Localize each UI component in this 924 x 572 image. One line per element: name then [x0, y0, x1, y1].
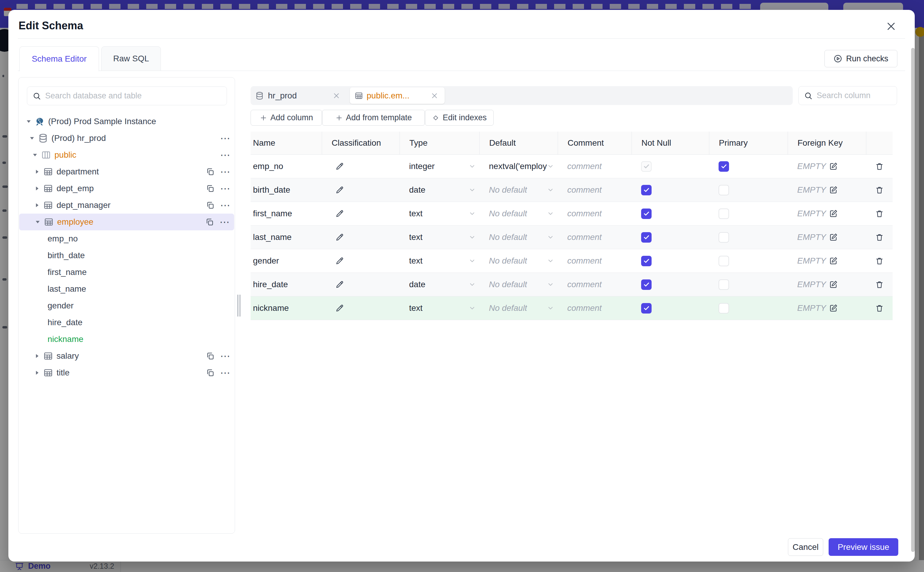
- comment-cell[interactable]: comment: [558, 232, 631, 242]
- more-menu-icon[interactable]: ⋯: [220, 135, 231, 141]
- caret-right-icon[interactable]: [34, 185, 40, 192]
- not-null-checkbox[interactable]: [641, 208, 651, 219]
- column-name-cell[interactable]: gender: [251, 256, 322, 266]
- column-name-cell[interactable]: birth_date: [251, 185, 322, 195]
- run-checks-button[interactable]: Run checks: [825, 50, 898, 67]
- column-name-cell[interactable]: last_name: [251, 232, 322, 242]
- tree-item-table-dept-manager[interactable]: dept_manager ⋯: [19, 197, 235, 214]
- trash-icon[interactable]: [875, 280, 884, 289]
- default-select[interactable]: No default: [479, 280, 558, 289]
- trash-icon[interactable]: [875, 233, 884, 242]
- close-tab-icon[interactable]: [333, 92, 340, 99]
- edit-foreign-key-icon[interactable]: [829, 280, 838, 289]
- copy-icon[interactable]: [206, 351, 215, 361]
- classification-cell[interactable]: [322, 304, 400, 312]
- primary-checkbox[interactable]: [719, 232, 729, 242]
- type-select[interactable]: text: [400, 256, 479, 266]
- comment-cell[interactable]: comment: [558, 303, 631, 313]
- type-select[interactable]: text: [400, 232, 479, 242]
- copy-icon[interactable]: [205, 218, 214, 227]
- close-tab-icon[interactable]: [431, 92, 438, 99]
- default-select[interactable]: nextval('employ: [479, 162, 558, 171]
- primary-checkbox[interactable]: [719, 161, 729, 172]
- not-null-checkbox[interactable]: [641, 185, 651, 195]
- column-name-cell[interactable]: nickname: [251, 303, 322, 313]
- panel-resize-handle[interactable]: [237, 295, 240, 317]
- caret-right-icon[interactable]: [34, 353, 40, 359]
- caret-right-icon[interactable]: [34, 370, 40, 376]
- copy-icon[interactable]: [206, 167, 215, 176]
- tree-item-instance[interactable]: (Prod) Prod Sample Instance: [19, 113, 235, 130]
- column-search-field[interactable]: [798, 86, 897, 105]
- comment-cell[interactable]: comment: [558, 256, 631, 266]
- tree-item-column-nickname[interactable]: nickname: [19, 331, 235, 348]
- edit-foreign-key-icon[interactable]: [829, 256, 838, 265]
- type-select[interactable]: date: [400, 185, 479, 195]
- tree-search-input[interactable]: [27, 87, 227, 105]
- tree-item-column-last-name[interactable]: last_name: [19, 281, 235, 297]
- edit-foreign-key-icon[interactable]: [829, 233, 838, 242]
- edit-foreign-key-icon[interactable]: [829, 162, 838, 171]
- column-search-input[interactable]: [799, 87, 897, 105]
- tree-search-field[interactable]: [27, 87, 227, 105]
- pencil-icon[interactable]: [335, 233, 344, 242]
- type-select[interactable]: text: [400, 303, 479, 313]
- pencil-icon[interactable]: [335, 304, 344, 312]
- pencil-icon[interactable]: [335, 280, 344, 289]
- default-select[interactable]: No default: [479, 256, 558, 266]
- default-select[interactable]: No default: [479, 303, 558, 313]
- column-name-cell[interactable]: first_name: [251, 209, 322, 218]
- edit-foreign-key-icon[interactable]: [829, 185, 838, 194]
- tree-item-table-dept-emp[interactable]: dept_emp ⋯: [19, 180, 235, 197]
- default-select[interactable]: No default: [479, 232, 558, 242]
- type-select[interactable]: text: [400, 209, 479, 218]
- more-menu-icon[interactable]: ⋯: [220, 185, 231, 191]
- classification-cell[interactable]: [322, 185, 400, 194]
- pencil-icon[interactable]: [335, 209, 344, 218]
- more-menu-icon[interactable]: ⋯: [220, 169, 231, 175]
- more-menu-icon[interactable]: ⋯: [220, 202, 231, 208]
- edit-indexes-button[interactable]: Edit indexes: [425, 110, 494, 126]
- preview-issue-button[interactable]: Preview issue: [829, 538, 898, 556]
- pencil-icon[interactable]: [335, 162, 344, 171]
- tab-schema-editor[interactable]: Schema Editor: [19, 47, 99, 71]
- pencil-icon[interactable]: [335, 185, 344, 194]
- trash-icon[interactable]: [875, 304, 884, 312]
- default-select[interactable]: No default: [479, 185, 558, 195]
- not-null-checkbox[interactable]: [641, 256, 651, 266]
- more-menu-icon[interactable]: ⋯: [220, 152, 231, 158]
- classification-cell[interactable]: [322, 233, 400, 242]
- comment-cell[interactable]: comment: [558, 280, 631, 289]
- not-null-checkbox[interactable]: [641, 303, 651, 314]
- pencil-icon[interactable]: [335, 256, 344, 265]
- type-select[interactable]: integer: [400, 162, 479, 171]
- caret-down-icon[interactable]: [25, 118, 32, 125]
- primary-checkbox[interactable]: [719, 256, 729, 266]
- caret-down-icon[interactable]: [32, 152, 38, 158]
- tree-item-column-emp-no[interactable]: emp_no: [19, 230, 235, 247]
- comment-cell[interactable]: comment: [558, 185, 631, 195]
- more-menu-icon[interactable]: ⋯: [220, 219, 230, 225]
- classification-cell[interactable]: [322, 209, 400, 218]
- modal-scrollbar[interactable]: [911, 48, 915, 552]
- column-name-cell[interactable]: emp_no: [251, 162, 322, 171]
- caret-down-icon[interactable]: [29, 135, 35, 141]
- copy-icon[interactable]: [206, 368, 215, 377]
- primary-checkbox[interactable]: [719, 208, 729, 219]
- close-icon[interactable]: [885, 20, 898, 33]
- trash-icon[interactable]: [875, 185, 884, 194]
- tree-item-table-department[interactable]: department ⋯: [19, 163, 235, 180]
- primary-checkbox[interactable]: [719, 280, 729, 290]
- classification-cell[interactable]: [322, 162, 400, 171]
- edit-foreign-key-icon[interactable]: [829, 209, 838, 218]
- tree-item-schema-public[interactable]: public ⋯: [19, 146, 235, 163]
- trash-icon[interactable]: [875, 256, 884, 265]
- not-null-checkbox[interactable]: [641, 280, 651, 290]
- not-null-checkbox[interactable]: [641, 232, 651, 242]
- tree-item-table-salary[interactable]: salary ⋯: [19, 348, 235, 364]
- more-menu-icon[interactable]: ⋯: [220, 370, 231, 376]
- comment-cell[interactable]: comment: [558, 209, 631, 218]
- tree-item-column-birth-date[interactable]: birth_date: [19, 247, 235, 264]
- edit-foreign-key-icon[interactable]: [829, 304, 838, 312]
- add-from-template-button[interactable]: Add from template: [322, 110, 425, 126]
